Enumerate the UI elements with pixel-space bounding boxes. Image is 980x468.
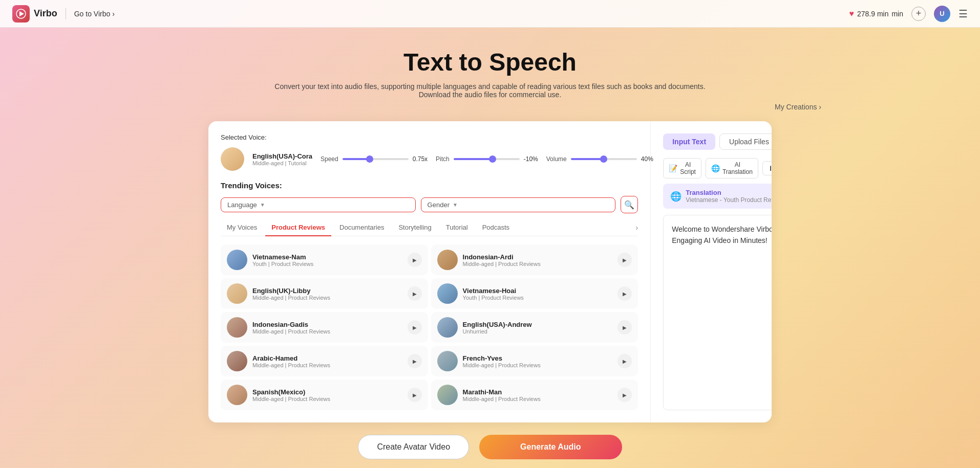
heart-icon: ♥ xyxy=(849,9,854,18)
voice-name-yves: French-Yves xyxy=(463,354,613,362)
header: Virbo Go to Virbo › ♥ 278.9 min min + U … xyxy=(0,0,980,28)
list-item[interactable]: Indonesian-Ardi Middle-aged | Product Re… xyxy=(431,244,638,275)
list-item[interactable]: Spanish(Mexico) Middle-aged | Product Re… xyxy=(221,380,428,410)
tab-my-voices[interactable]: My Voices xyxy=(221,219,263,236)
voice-name-gadis: Indonesian-Gadis xyxy=(252,321,402,328)
language-filter[interactable]: Language ▼ xyxy=(221,197,416,212)
tab-podcasts[interactable]: Podcasts xyxy=(476,219,516,236)
voice-name-nam: Vietnamese-Nam xyxy=(252,253,402,261)
translation-info: Translation Vietnamese - Youth Product R… xyxy=(686,189,772,204)
logo: Virbo xyxy=(12,5,57,23)
voice-grid: Vietnamese-Nam Youth | Product Reviews ▶… xyxy=(221,244,638,410)
play-button-gadis[interactable]: ▶ xyxy=(408,320,422,335)
list-item[interactable]: French-Yves Middle-aged | Product Review… xyxy=(431,346,638,376)
play-button-nam[interactable]: ▶ xyxy=(408,253,422,267)
search-button[interactable]: 🔍 xyxy=(621,196,638,213)
ai-script-button[interactable]: 📝 AI Script xyxy=(663,158,701,179)
voice-avatar-libby xyxy=(227,283,247,304)
voice-name-ardi: Indonesian-Ardi xyxy=(463,253,613,261)
voice-name-hoai: Vietnamese-Hoai xyxy=(463,287,613,295)
gender-filter[interactable]: Gender ▼ xyxy=(421,197,616,212)
list-item[interactable]: English(USA)-Andrew Unhurried ▶ xyxy=(431,312,638,343)
play-button-ardi[interactable]: ▶ xyxy=(617,253,632,267)
gender-chevron-icon: ▼ xyxy=(453,202,458,208)
menu-icon[interactable]: ☰ xyxy=(958,8,968,20)
voice-info-libby: English(UK)-Libby Middle-aged | Product … xyxy=(252,287,402,301)
volume-slider[interactable] xyxy=(571,158,637,160)
voice-avatar-hoai xyxy=(437,283,458,304)
play-button-libby[interactable]: ▶ xyxy=(408,286,422,301)
main-card: Selected Voice: English(USA)-Cora Middle… xyxy=(208,121,772,422)
list-item[interactable]: Vietnamese-Hoai Youth | Product Reviews … xyxy=(431,278,638,309)
play-button-hamed[interactable]: ▶ xyxy=(408,354,422,368)
play-button-spanish[interactable]: ▶ xyxy=(408,388,422,402)
tab-tutorial[interactable]: Tutorial xyxy=(440,219,474,236)
voice-sub-marathi: Middle-aged | Product Reviews xyxy=(463,396,613,402)
voice-info-hoai: Vietnamese-Hoai Youth | Product Reviews xyxy=(463,287,613,301)
voice-name-andrew: English(USA)-Andrew xyxy=(463,321,613,328)
voice-avatar-ardi xyxy=(437,250,458,270)
list-item[interactable]: Arabic-Hamed Middle-aged | Product Revie… xyxy=(221,346,428,376)
tab-product-reviews[interactable]: Product Reviews xyxy=(265,219,331,236)
tab-storytelling[interactable]: Storytelling xyxy=(392,219,437,236)
selected-voice-label: Selected Voice: xyxy=(221,133,638,141)
voice-sub-yves: Middle-aged | Product Reviews xyxy=(463,362,613,368)
voice-avatar-spanish xyxy=(227,385,247,405)
list-item[interactable]: English(UK)-Libby Middle-aged | Product … xyxy=(221,278,428,309)
credits-display: ♥ 278.9 min min xyxy=(849,9,903,18)
selected-voice-desc: Middle-aged | Tutorial xyxy=(252,160,312,166)
voice-sub-libby: Middle-aged | Product Reviews xyxy=(252,295,402,301)
play-button-marathi[interactable]: ▶ xyxy=(617,388,632,402)
tabs-next-arrow[interactable]: › xyxy=(636,224,638,232)
my-creations-link[interactable]: My Creations › xyxy=(10,103,970,111)
speed-value: 0.75x xyxy=(413,155,428,163)
voice-info-nam: Vietnamese-Nam Youth | Product Reviews xyxy=(252,253,402,267)
text-input-area: Welcome to Wondershare Virbo! Generate E… xyxy=(663,215,772,410)
volume-label: Volume xyxy=(546,155,567,163)
generate-audio-button[interactable]: Generate Audio xyxy=(479,435,622,459)
selected-voice-avatar xyxy=(221,147,244,171)
tab-input-text[interactable]: Input Text xyxy=(663,133,715,150)
pause-icon: ⏸ xyxy=(768,164,772,172)
list-item[interactable]: Marathi-Man Middle-aged | Product Review… xyxy=(431,380,638,410)
voice-info-andrew: English(USA)-Andrew Unhurried xyxy=(463,321,613,335)
voice-sub-spanish: Middle-aged | Product Reviews xyxy=(252,396,402,402)
play-button-andrew[interactable]: ▶ xyxy=(617,320,632,335)
avatar[interactable]: U xyxy=(934,6,950,22)
text-content[interactable]: Welcome to Wondershare Virbo! Generate E… xyxy=(672,224,772,247)
language-filter-text: Language xyxy=(227,201,257,209)
voice-name-hamed: Arabic-Hamed xyxy=(252,354,402,362)
voice-sub-hamed: Middle-aged | Product Reviews xyxy=(252,362,402,368)
pause-button[interactable]: ⏸ Pause xyxy=(762,161,772,175)
right-panel-tabs: Input Text Upload Files xyxy=(663,133,772,150)
tab-documentaries[interactable]: Documentaries xyxy=(333,219,390,236)
voice-info-gadis: Indonesian-Gadis Middle-aged | Product R… xyxy=(252,321,402,335)
hero-subtitle: Convert your text into audio files, supp… xyxy=(260,82,720,99)
header-divider xyxy=(66,8,66,19)
script-icon: 📝 xyxy=(669,164,677,172)
voice-avatar-nam xyxy=(227,250,247,270)
translation-sub: Vietnamese - Youth Product Reviews xyxy=(686,196,772,204)
voice-sub-hoai: Youth | Product Reviews xyxy=(463,295,613,301)
translation-banner: 🌐 Translation Vietnamese - Youth Product… xyxy=(663,184,772,209)
tab-upload-files[interactable]: Upload Files xyxy=(719,133,772,150)
voice-sub-andrew: Unhurried xyxy=(463,328,613,335)
ai-translation-button[interactable]: 🌐 AI Translation xyxy=(706,158,758,179)
logo-icon xyxy=(12,5,30,23)
add-credits-button[interactable]: + xyxy=(911,7,926,21)
voice-sub-gadis: Middle-aged | Product Reviews xyxy=(252,328,402,335)
play-button-hoai[interactable]: ▶ xyxy=(617,286,632,301)
list-item[interactable]: Vietnamese-Nam Youth | Product Reviews ▶ xyxy=(221,244,428,275)
voice-avatar-yves xyxy=(437,351,458,371)
pitch-slider[interactable] xyxy=(454,158,520,160)
play-button-yves[interactable]: ▶ xyxy=(617,354,632,368)
credits-label: min xyxy=(891,10,903,18)
translation-banner-icon: 🌐 xyxy=(670,191,681,202)
voice-info-ardi: Indonesian-Ardi Middle-aged | Product Re… xyxy=(463,253,613,267)
go-to-virbo-link[interactable]: Go to Virbo › xyxy=(74,10,115,18)
speed-slider[interactable] xyxy=(343,158,409,160)
gender-filter-text: Gender xyxy=(428,201,450,209)
list-item[interactable]: Indonesian-Gadis Middle-aged | Product R… xyxy=(221,312,428,343)
create-avatar-button[interactable]: Create Avatar Video xyxy=(358,435,469,459)
voice-avatar-gadis xyxy=(227,317,247,338)
